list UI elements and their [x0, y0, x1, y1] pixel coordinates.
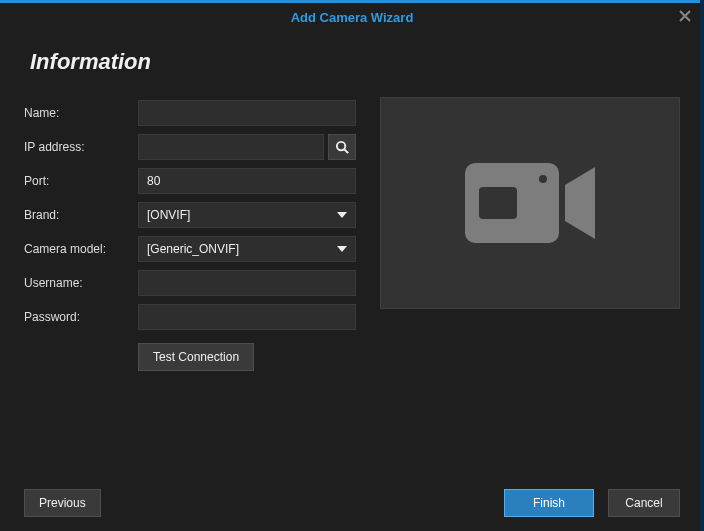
row-test: Test Connection [138, 343, 356, 371]
search-ip-button[interactable] [328, 134, 356, 160]
test-connection-button[interactable]: Test Connection [138, 343, 254, 371]
svg-line-1 [344, 149, 348, 153]
ip-address-field[interactable] [138, 134, 324, 160]
row-password: Password: [24, 301, 356, 333]
row-brand: Brand: [ONVIF] [24, 199, 356, 231]
close-button[interactable] [678, 9, 692, 23]
label-model: Camera model: [24, 242, 138, 256]
label-ip: IP address: [24, 140, 138, 154]
camera-model-select-value: [Generic_ONVIF] [147, 242, 239, 256]
row-model: Camera model: [Generic_ONVIF] [24, 233, 356, 265]
chevron-down-icon [337, 246, 347, 252]
username-field[interactable] [138, 270, 356, 296]
window-title: Add Camera Wizard [0, 3, 704, 33]
finish-button[interactable]: Finish [504, 489, 594, 517]
brand-select[interactable]: [ONVIF] [138, 202, 356, 228]
name-field[interactable] [138, 100, 356, 126]
label-name: Name: [24, 106, 138, 120]
title-bar: Add Camera Wizard [0, 3, 704, 33]
close-icon [678, 9, 692, 23]
search-icon [335, 140, 350, 155]
add-camera-wizard-window: Add Camera Wizard Information Name: IP a… [0, 0, 704, 531]
label-port: Port: [24, 174, 138, 188]
page-title: Information [30, 49, 680, 75]
svg-point-0 [336, 141, 344, 149]
camera-preview-panel [380, 97, 680, 309]
brand-select-value: [ONVIF] [147, 208, 190, 222]
port-field[interactable] [138, 168, 356, 194]
cancel-button[interactable]: Cancel [608, 489, 680, 517]
svg-rect-3 [479, 187, 517, 219]
row-name: Name: [24, 97, 356, 129]
camera-model-select[interactable]: [Generic_ONVIF] [138, 236, 356, 262]
label-password: Password: [24, 310, 138, 324]
camera-form: Name: IP address: Port: [24, 97, 356, 371]
row-username: Username: [24, 267, 356, 299]
camera-icon [465, 159, 595, 247]
row-port: Port: [24, 165, 356, 197]
label-username: Username: [24, 276, 138, 290]
chevron-down-icon [337, 212, 347, 218]
row-ip: IP address: [24, 131, 356, 163]
svg-point-4 [539, 175, 547, 183]
label-brand: Brand: [24, 208, 138, 222]
dialog-body: Information Name: IP address: [0, 33, 704, 371]
password-field[interactable] [138, 304, 356, 330]
dialog-footer: Previous Finish Cancel [0, 489, 704, 517]
window-right-edge [700, 0, 704, 531]
content-area: Name: IP address: Port: [24, 97, 680, 371]
previous-button[interactable]: Previous [24, 489, 101, 517]
